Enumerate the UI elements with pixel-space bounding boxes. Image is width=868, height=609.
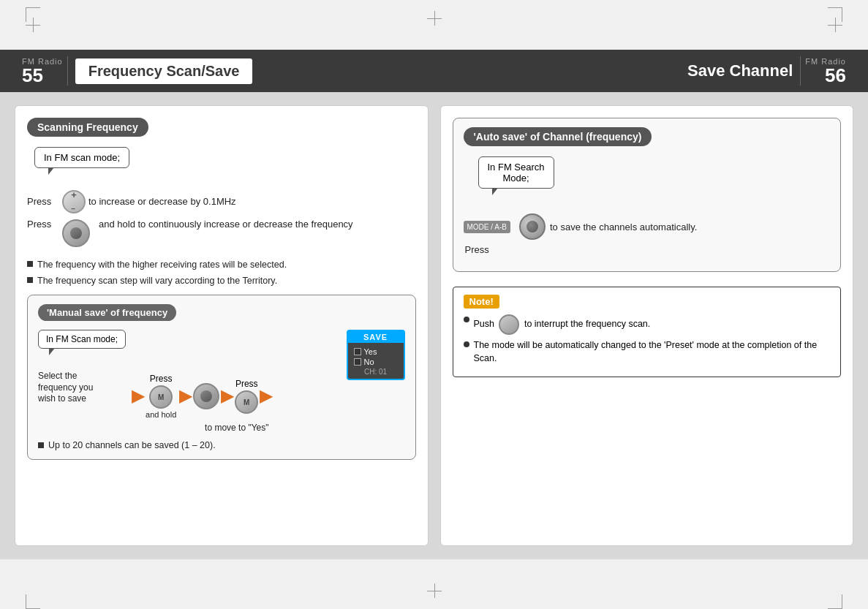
note-dot-2 (464, 341, 469, 347)
save-dialog: SAVE Yes No CH: 01 (347, 330, 405, 380)
crosshair-top (427, 11, 442, 26)
bullet-item-1: The frequency with the higher receiving … (27, 259, 416, 272)
bottom-corner-marks (0, 559, 868, 609)
press2-text: and hold to continuously increase or dec… (99, 218, 353, 231)
main-content: Scanning Frequency In FM scan mode; Pres… (0, 92, 868, 559)
bullet-square-2 (27, 277, 33, 283)
plus-icon: +– (71, 189, 77, 215)
note-dot-1 (464, 317, 469, 322)
scanning-bullets: The frequency with the higher receiving … (27, 259, 416, 287)
header-left: FM Radio 55 Frequency Scan/Save (0, 50, 434, 92)
yes-label: Yes (364, 347, 377, 356)
auto-bubble: In FM Search Mode; (478, 156, 554, 189)
corner-br (828, 594, 842, 609)
auto-press-row: MODE / A-B to save the channels automati… (464, 213, 831, 240)
instruction-row-press2: Press and hold to continuously increase … (27, 218, 416, 247)
note-item-2: The mode will be automatically changed t… (464, 339, 831, 365)
orange-arrow-2: ▶ (179, 387, 192, 406)
right-panel: 'Auto save' of Channel (frequency) In FM… (440, 105, 854, 546)
save-dialog-header: SAVE (348, 331, 404, 343)
move-label: to move to "Yes" (205, 423, 268, 433)
manual-bubble-text: In FM Scan mode; (46, 334, 118, 344)
scanning-bubble: In FM scan mode; (34, 147, 129, 168)
note-text-1: Push to interrupt the frequency scan. (474, 314, 651, 335)
orange-arrow-4: ▶ (260, 387, 272, 406)
nav-inner (200, 390, 212, 402)
right-title-text: Save Channel (687, 61, 793, 80)
right-title-area: Save Channel (434, 50, 801, 92)
plus-button: +– (62, 190, 86, 213)
footnote-bullet (38, 442, 44, 448)
top-margin (0, 0, 868, 50)
left-panel: Scanning Frequency In FM scan mode; Pres… (15, 105, 429, 546)
nav-circle-auto (519, 213, 546, 240)
yes-checkbox (354, 348, 361, 355)
header-right: Save Channel FM Radio 56 (434, 50, 869, 92)
bullet-item-2: The frequency scan step will vary accord… (27, 275, 416, 288)
nav-button-1 (62, 219, 90, 247)
save-dialog-body: Yes No CH: 01 (348, 343, 404, 379)
no-label: No (364, 358, 374, 366)
footnote-text: Up to 20 channels can be saved (1 – 20). (48, 440, 216, 450)
manual-save-header: 'Manual save' of frequency (38, 304, 176, 321)
press2-label: Press (27, 218, 62, 231)
manual-save-section: 'Manual save' of frequency In FM Scan mo… (27, 295, 416, 460)
auto-save-header: 'Auto save' of Channel (frequency) (464, 127, 652, 146)
corner-bl (26, 594, 40, 609)
channel-num: CH: 01 (354, 368, 398, 376)
footnote-row: Up to 20 channels can be saved (1 – 20). (38, 440, 405, 450)
press1-label: Press (27, 195, 62, 208)
auto-press-label-row: Press (465, 244, 831, 255)
right-page-section: FM Radio 56 (805, 50, 868, 92)
auto-press-text: to save the channels automatically. (550, 222, 697, 232)
press-label-2: Press (235, 379, 258, 389)
save-option-no: No (354, 358, 398, 366)
right-header-divider (800, 56, 801, 86)
auto-bubble-line2: Mode; (502, 173, 529, 184)
auto-bubble-line1: In FM Search (488, 162, 545, 173)
left-title-badge: Frequency Scan/Save (75, 58, 253, 84)
mode-ab-button: MODE / A-B (464, 221, 510, 233)
press1-text: to increase or decrease by 0.1MHz (88, 195, 236, 208)
and-hold-label: and hold (146, 410, 176, 419)
auto-press-label: Press (465, 244, 489, 255)
orange-arrow-3: ▶ (221, 387, 233, 406)
bullet-text-2: The frequency scan step will vary accord… (37, 275, 277, 288)
manual-bubble: In FM Scan mode; (38, 330, 126, 349)
crosshair-bottom (427, 583, 442, 598)
nav-button-inner (70, 227, 82, 239)
note-box: Note! Push to interrupt the frequency sc… (453, 287, 842, 377)
crosshair-left (26, 18, 40, 32)
m-button-1: M (149, 385, 173, 409)
auto-save-section: 'Auto save' of Channel (frequency) In FM… (453, 118, 842, 272)
m-button-2: M (235, 390, 258, 414)
corner-marks (0, 0, 868, 50)
no-checkbox (354, 358, 361, 366)
bullet-square-1 (27, 261, 33, 267)
header-row: FM Radio 55 Frequency Scan/Save Save Cha… (0, 50, 868, 92)
instruction-row-press1: Press +– to increase or decrease by 0.1M… (27, 190, 416, 213)
right-page-num: 56 (825, 66, 846, 85)
orange-arrow-1: ▶ (132, 387, 144, 406)
select-label: Select the frequency you wish to save (38, 371, 97, 405)
bottom-margin (0, 559, 868, 609)
left-title-area: Frequency Scan/Save (68, 50, 434, 92)
save-option-yes: Yes (354, 347, 398, 356)
left-page-num: 55 (22, 66, 63, 85)
left-page-section: FM Radio 55 (0, 50, 63, 92)
nav-button-2 (193, 383, 219, 409)
nav-inner-auto (527, 221, 538, 232)
bullet-text-1: The frequency with the higher receiving … (37, 259, 287, 272)
scanning-frequency-header: Scanning Frequency (27, 118, 148, 137)
note-header: Note! (464, 295, 499, 309)
press-label-m: Press (150, 374, 173, 384)
note-item-1: Push to interrupt the frequency scan. (464, 314, 831, 335)
note-text-2: The mode will be automatically changed t… (474, 339, 831, 365)
crosshair-right (828, 18, 842, 32)
